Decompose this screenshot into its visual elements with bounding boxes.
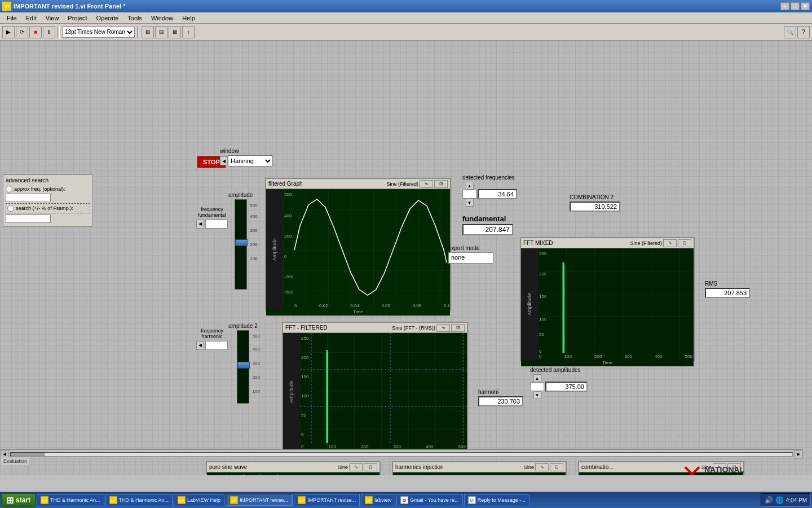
tb-resize[interactable]: ⊠ xyxy=(169,26,181,38)
taskbar-gmail[interactable]: G Gmail - You have re... xyxy=(396,494,463,506)
imp2-label: IMPORTANT revise... xyxy=(307,497,356,503)
window-controls[interactable]: − □ ✕ xyxy=(780,2,810,10)
filtered-graph-expand[interactable]: ⊡ xyxy=(434,180,448,188)
amplitude2-thumb[interactable] xyxy=(237,362,250,369)
amplitude2-slider-track[interactable]: 500 400 300 200 100 xyxy=(237,330,249,404)
tb-run-cont[interactable]: ⟳ xyxy=(16,26,28,38)
filtered-x-label: Time xyxy=(266,309,450,316)
menu-edit[interactable]: Edit xyxy=(21,14,41,23)
tb-pause[interactable]: ⏸ xyxy=(43,26,55,38)
sys-icon2: 🌐 xyxy=(775,496,784,504)
tb-zoom[interactable]: 🔍 xyxy=(784,26,796,38)
pure-sine-titlebar: pure sine wave Sine ∿ ⊡ xyxy=(207,462,379,472)
taskbar-important1[interactable]: LV IMPORTANT revise... xyxy=(226,494,293,506)
menu-tools[interactable]: Tools xyxy=(123,14,147,23)
taskbar-thd1[interactable]: LV THD & Harmonic An... xyxy=(37,494,104,506)
close-button[interactable]: ✕ xyxy=(801,2,810,10)
scroll-right[interactable]: ▶ xyxy=(794,450,803,458)
det-freq-up[interactable]: ▲ xyxy=(466,182,474,190)
thd2-icon: LV xyxy=(109,496,117,504)
lv-help-icon: LV xyxy=(178,496,186,504)
approx-freq-input-row: 30.00 xyxy=(6,194,90,202)
sys-tray: 🔊 🌐 4:04 PM xyxy=(761,493,811,507)
start-button[interactable]: ⊞ start xyxy=(1,493,36,507)
font-select[interactable]: 13pt Times New Roman xyxy=(62,27,135,38)
taskbar-labview-help[interactable]: LV LabVIEW Help xyxy=(174,494,224,506)
det-amp-up[interactable]: ▲ xyxy=(533,374,541,382)
freq-harmonic-label: frequency harmonic xyxy=(196,329,228,340)
harmoni-value: 230.703 xyxy=(478,396,523,406)
freq-harm-arrow[interactable]: ◀ xyxy=(196,341,204,350)
filtered-graph-title: filtered Graph xyxy=(268,181,303,187)
reply-icon: M xyxy=(468,496,476,504)
maximize-button[interactable]: □ xyxy=(791,2,800,10)
export-mode-label: export mode xyxy=(448,245,493,251)
svg-text:400: 400 xyxy=(284,213,292,218)
window-arrow[interactable]: ◀ xyxy=(220,156,228,165)
tb-help[interactable]: ? xyxy=(797,26,810,38)
fundamental-label: fundamental xyxy=(462,214,513,223)
tb-align[interactable]: ⊞ xyxy=(142,26,154,38)
window-control: window ◀ Hanning xyxy=(220,148,273,167)
amplitude-thumb[interactable] xyxy=(235,239,248,246)
menu-operate[interactable]: Operate xyxy=(92,14,123,23)
fft-mixed-y-label: Amplitude xyxy=(527,293,532,316)
scrollbar-thumb[interactable] xyxy=(11,453,45,456)
harmonics-wave-icon[interactable]: ∿ xyxy=(535,463,549,471)
det-amp-down[interactable]: ▼ xyxy=(533,391,541,399)
amplitude-slider-track[interactable]: 500 400 300 200 100 xyxy=(235,199,247,290)
freq-fund-arrow[interactable]: ◀ xyxy=(196,220,204,229)
svg-text:250: 250 xyxy=(539,251,547,256)
export-mode-value[interactable]: none xyxy=(448,252,493,264)
filtered-graph-wave-icon[interactable]: ∿ xyxy=(420,180,433,188)
detected-amp-index[interactable]: 0 xyxy=(530,382,544,391)
freq-harmonic-input[interactable]: 100 xyxy=(205,341,228,350)
menu-bar: File Edit View Project Operate Tools Win… xyxy=(0,12,812,24)
scrollbar-track[interactable] xyxy=(10,452,793,457)
window-dropdown[interactable]: Hanning xyxy=(228,155,273,167)
search-range-input[interactable]: 1.00 xyxy=(6,214,51,223)
tb-dist[interactable]: ⊟ xyxy=(155,26,167,38)
detected-freq-index[interactable]: 0 xyxy=(462,190,476,199)
fft-mixed-graph-panel: FFT MIXED Sine (Filtered) ∿ ⊡ Amplitude xyxy=(520,237,695,361)
harmonics-title: harmonics injection xyxy=(395,464,444,470)
taskbar-important2[interactable]: LV IMPORTANT revise... xyxy=(294,494,360,506)
approx-freq-input[interactable]: 30.00 xyxy=(6,194,51,202)
fft-filtered-wave-icon[interactable]: ∿ xyxy=(436,324,450,332)
tb-abort[interactable]: ■ xyxy=(29,26,42,38)
pure-sine-expand[interactable]: ⊡ xyxy=(364,463,377,471)
taskbar-thd2[interactable]: LV THD & Harmonic An... xyxy=(105,494,173,506)
fft-filtered-expand[interactable]: ⊡ xyxy=(451,324,465,332)
search-range-radio[interactable] xyxy=(7,205,14,212)
svg-text:100: 100 xyxy=(539,317,547,322)
approx-freq-row: approx freq. (optional): xyxy=(6,186,90,192)
pure-sine-wave-icon[interactable]: ∿ xyxy=(349,463,363,471)
approx-freq-radio[interactable] xyxy=(6,186,12,192)
h-scrollbar[interactable]: ◀ ▶ xyxy=(0,449,803,458)
combination-title: combinatio... xyxy=(581,464,614,470)
harmonics-expand[interactable]: ⊡ xyxy=(550,463,563,471)
svg-text:50: 50 xyxy=(539,332,544,337)
thd1-label: THD & Harmonic An... xyxy=(50,497,100,503)
menu-window[interactable]: Window xyxy=(147,14,178,23)
menu-project[interactable]: Project xyxy=(63,14,91,23)
svg-text:200: 200 xyxy=(301,355,309,360)
harmonics-type: Sine xyxy=(524,465,534,470)
taskbar-reply[interactable]: M Reply to Message -... xyxy=(464,494,529,506)
harmoni-label: harmoni xyxy=(478,389,523,395)
svg-text:100: 100 xyxy=(301,393,309,398)
taskbar-labview[interactable]: LV labview xyxy=(361,494,395,506)
freq-fundamental-input[interactable]: 50 xyxy=(205,220,228,229)
menu-help[interactable]: Help xyxy=(178,14,200,23)
minimize-button[interactable]: − xyxy=(780,2,789,10)
pure-sine-type: Sine xyxy=(338,465,348,470)
tb-reorder[interactable]: ↕ xyxy=(182,26,195,38)
tb-run[interactable]: ▶ xyxy=(2,26,15,38)
det-freq-down[interactable]: ▼ xyxy=(466,199,474,207)
fft-mixed-expand[interactable]: ⊡ xyxy=(678,239,691,247)
fft-mixed-wave-icon[interactable]: ∿ xyxy=(663,239,677,247)
amplitude2-container: amplitude 2 500 400 300 200 100 xyxy=(228,323,258,404)
menu-file[interactable]: File xyxy=(2,14,21,23)
svg-text:0: 0 xyxy=(301,432,304,437)
menu-view[interactable]: View xyxy=(41,14,64,23)
